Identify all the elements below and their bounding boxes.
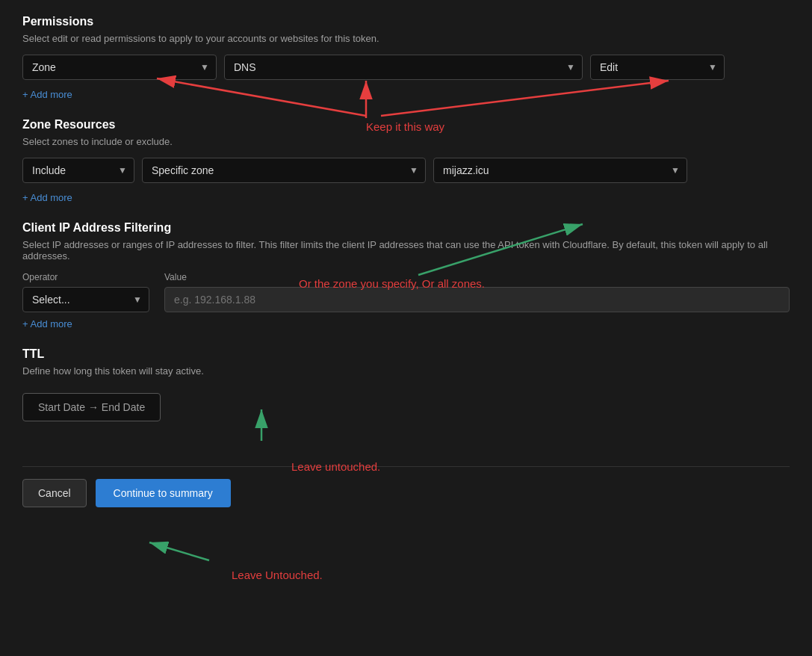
zone-resources-desc: Select zones to include or exclude. xyxy=(22,136,790,147)
ttl-title: TTL xyxy=(22,347,790,361)
client-ip-section: Client IP Address Filtering Select IP ad… xyxy=(22,221,790,329)
ip-value-input[interactable] xyxy=(164,287,790,312)
include-select[interactable]: Include Exclude xyxy=(22,158,134,183)
permissions-desc: Select edit or read permissions to apply… xyxy=(22,33,790,44)
client-ip-add-more[interactable]: + Add more xyxy=(22,318,72,329)
zone-resources-row: Include Exclude ▼ Specific zone All zone… xyxy=(22,158,790,183)
specific-zone-select[interactable]: Specific zone All zones xyxy=(142,158,426,183)
cancel-button[interactable]: Cancel xyxy=(22,479,87,507)
svg-line-10 xyxy=(149,542,209,560)
operator-select-wrap: Select... Is in Is not in ▼ xyxy=(22,287,149,312)
edit-select-wrap: Edit Read ▼ xyxy=(590,55,725,80)
ttl-section: TTL Define how long this token will stay… xyxy=(22,347,790,421)
zone-select-wrap: Zone Account ▼ xyxy=(22,55,217,80)
ttl-date-button[interactable]: Start Date → End Date xyxy=(22,393,161,421)
footer-divider xyxy=(22,466,790,467)
edit-select[interactable]: Edit Read xyxy=(590,55,725,80)
zone-resources-add-more[interactable]: + Add more xyxy=(22,192,72,203)
permissions-row: Zone Account ▼ DNS Cache Rules Firewall … xyxy=(22,55,790,80)
operator-group: Operator Select... Is in Is not in ▼ xyxy=(22,272,149,312)
include-select-wrap: Include Exclude ▼ xyxy=(22,158,134,183)
svg-text:Leave Untouched.: Leave Untouched. xyxy=(232,569,323,581)
dns-select-wrap: DNS Cache Rules Firewall ▼ xyxy=(224,55,583,80)
zone-name-select-wrap: mijazz.icu ▼ xyxy=(433,158,687,183)
operator-select[interactable]: Select... Is in Is not in xyxy=(22,287,149,312)
value-label: Value xyxy=(164,272,790,282)
continue-button[interactable]: Continue to summary xyxy=(96,479,231,507)
operator-label: Operator xyxy=(22,272,149,282)
zone-name-select[interactable]: mijazz.icu xyxy=(433,158,687,183)
client-ip-desc: Select IP addresses or ranges of IP addr… xyxy=(22,239,790,262)
ttl-desc: Define how long this token will stay act… xyxy=(22,365,790,377)
zone-select[interactable]: Zone Account xyxy=(22,55,217,80)
permissions-title: Permissions xyxy=(22,15,790,28)
permissions-add-more[interactable]: + Add more xyxy=(22,89,72,100)
zone-resources-section: Zone Resources Select zones to include o… xyxy=(22,118,790,203)
zone-resources-title: Zone Resources xyxy=(22,118,790,131)
value-group: Value xyxy=(164,272,790,312)
footer-buttons: Cancel Continue to summary xyxy=(22,479,790,522)
client-ip-title: Client IP Address Filtering xyxy=(22,221,790,235)
permissions-section: Permissions Select edit or read permissi… xyxy=(22,15,790,100)
dns-select[interactable]: DNS Cache Rules Firewall xyxy=(224,55,583,80)
specific-select-wrap: Specific zone All zones ▼ xyxy=(142,158,426,183)
